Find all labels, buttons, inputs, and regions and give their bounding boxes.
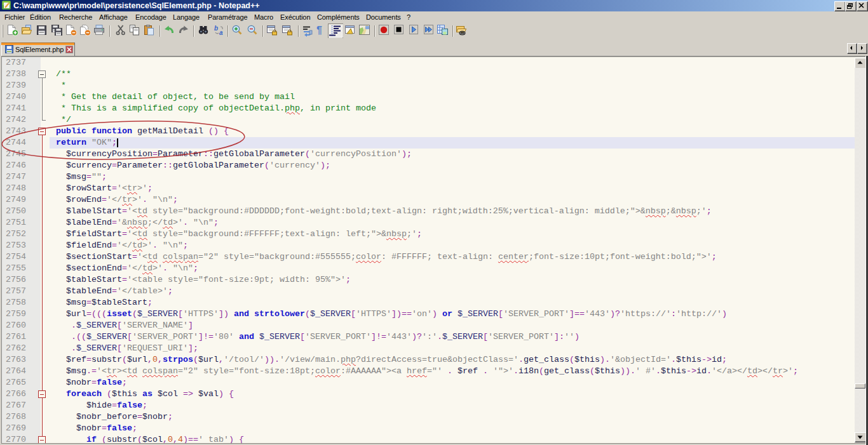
svg-text:¶: ¶: [316, 25, 322, 36]
svg-text:b: b: [214, 25, 218, 32]
svg-text:a: a: [219, 29, 223, 36]
